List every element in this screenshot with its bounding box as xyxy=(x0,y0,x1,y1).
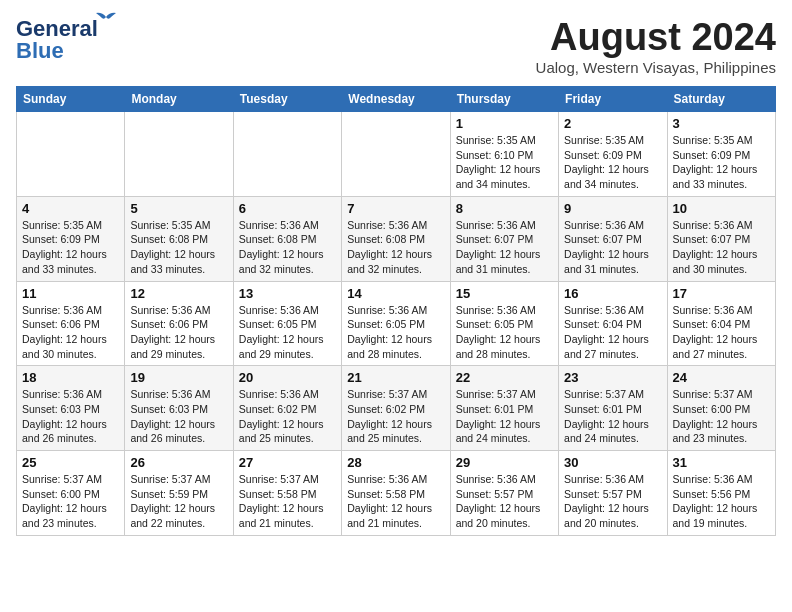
day-info: Sunrise: 5:35 AM Sunset: 6:08 PM Dayligh… xyxy=(130,218,227,277)
calendar-cell: 9Sunrise: 5:36 AM Sunset: 6:07 PM Daylig… xyxy=(559,196,667,281)
day-info: Sunrise: 5:36 AM Sunset: 6:06 PM Dayligh… xyxy=(130,303,227,362)
day-number: 26 xyxy=(130,455,227,470)
weekday-header-friday: Friday xyxy=(559,87,667,112)
day-info: Sunrise: 5:36 AM Sunset: 6:04 PM Dayligh… xyxy=(673,303,770,362)
calendar-week-1: 1Sunrise: 5:35 AM Sunset: 6:10 PM Daylig… xyxy=(17,112,776,197)
calendar-cell: 3Sunrise: 5:35 AM Sunset: 6:09 PM Daylig… xyxy=(667,112,775,197)
day-number: 23 xyxy=(564,370,661,385)
day-number: 13 xyxy=(239,286,336,301)
day-info: Sunrise: 5:36 AM Sunset: 5:56 PM Dayligh… xyxy=(673,472,770,531)
calendar-cell: 13Sunrise: 5:36 AM Sunset: 6:05 PM Dayli… xyxy=(233,281,341,366)
calendar-cell: 29Sunrise: 5:36 AM Sunset: 5:57 PM Dayli… xyxy=(450,451,558,536)
day-number: 17 xyxy=(673,286,770,301)
day-info: Sunrise: 5:36 AM Sunset: 5:57 PM Dayligh… xyxy=(564,472,661,531)
logo-bird-icon xyxy=(96,10,116,24)
calendar-cell: 12Sunrise: 5:36 AM Sunset: 6:06 PM Dayli… xyxy=(125,281,233,366)
weekday-header-tuesday: Tuesday xyxy=(233,87,341,112)
day-number: 27 xyxy=(239,455,336,470)
day-info: Sunrise: 5:36 AM Sunset: 5:58 PM Dayligh… xyxy=(347,472,444,531)
day-number: 7 xyxy=(347,201,444,216)
calendar-cell: 15Sunrise: 5:36 AM Sunset: 6:05 PM Dayli… xyxy=(450,281,558,366)
month-year-title: August 2024 xyxy=(536,16,776,59)
day-info: Sunrise: 5:36 AM Sunset: 6:07 PM Dayligh… xyxy=(564,218,661,277)
calendar-cell: 28Sunrise: 5:36 AM Sunset: 5:58 PM Dayli… xyxy=(342,451,450,536)
weekday-header-saturday: Saturday xyxy=(667,87,775,112)
calendar-week-2: 4Sunrise: 5:35 AM Sunset: 6:09 PM Daylig… xyxy=(17,196,776,281)
day-number: 14 xyxy=(347,286,444,301)
day-number: 11 xyxy=(22,286,119,301)
day-info: Sunrise: 5:37 AM Sunset: 5:58 PM Dayligh… xyxy=(239,472,336,531)
day-info: Sunrise: 5:36 AM Sunset: 6:06 PM Dayligh… xyxy=(22,303,119,362)
day-number: 8 xyxy=(456,201,553,216)
calendar-cell: 24Sunrise: 5:37 AM Sunset: 6:00 PM Dayli… xyxy=(667,366,775,451)
calendar-cell: 19Sunrise: 5:36 AM Sunset: 6:03 PM Dayli… xyxy=(125,366,233,451)
day-number: 19 xyxy=(130,370,227,385)
calendar-week-4: 18Sunrise: 5:36 AM Sunset: 6:03 PM Dayli… xyxy=(17,366,776,451)
day-number: 15 xyxy=(456,286,553,301)
page-header: General Blue August 2024 Ualog, Western … xyxy=(16,16,776,76)
day-number: 18 xyxy=(22,370,119,385)
day-info: Sunrise: 5:36 AM Sunset: 6:08 PM Dayligh… xyxy=(347,218,444,277)
day-number: 12 xyxy=(130,286,227,301)
day-info: Sunrise: 5:36 AM Sunset: 5:57 PM Dayligh… xyxy=(456,472,553,531)
weekday-header-row: SundayMondayTuesdayWednesdayThursdayFrid… xyxy=(17,87,776,112)
day-number: 22 xyxy=(456,370,553,385)
day-info: Sunrise: 5:36 AM Sunset: 6:03 PM Dayligh… xyxy=(130,387,227,446)
day-info: Sunrise: 5:35 AM Sunset: 6:10 PM Dayligh… xyxy=(456,133,553,192)
calendar-cell xyxy=(17,112,125,197)
day-number: 3 xyxy=(673,116,770,131)
calendar-cell: 22Sunrise: 5:37 AM Sunset: 6:01 PM Dayli… xyxy=(450,366,558,451)
calendar-table: SundayMondayTuesdayWednesdayThursdayFrid… xyxy=(16,86,776,536)
calendar-cell: 20Sunrise: 5:36 AM Sunset: 6:02 PM Dayli… xyxy=(233,366,341,451)
day-number: 10 xyxy=(673,201,770,216)
day-info: Sunrise: 5:36 AM Sunset: 6:08 PM Dayligh… xyxy=(239,218,336,277)
day-number: 2 xyxy=(564,116,661,131)
day-number: 5 xyxy=(130,201,227,216)
day-number: 20 xyxy=(239,370,336,385)
calendar-cell: 1Sunrise: 5:35 AM Sunset: 6:10 PM Daylig… xyxy=(450,112,558,197)
calendar-week-5: 25Sunrise: 5:37 AM Sunset: 6:00 PM Dayli… xyxy=(17,451,776,536)
day-info: Sunrise: 5:36 AM Sunset: 6:05 PM Dayligh… xyxy=(239,303,336,362)
calendar-cell: 21Sunrise: 5:37 AM Sunset: 6:02 PM Dayli… xyxy=(342,366,450,451)
calendar-cell: 8Sunrise: 5:36 AM Sunset: 6:07 PM Daylig… xyxy=(450,196,558,281)
calendar-cell: 5Sunrise: 5:35 AM Sunset: 6:08 PM Daylig… xyxy=(125,196,233,281)
day-number: 25 xyxy=(22,455,119,470)
day-number: 29 xyxy=(456,455,553,470)
day-number: 30 xyxy=(564,455,661,470)
logo: General Blue xyxy=(16,16,98,64)
calendar-cell: 26Sunrise: 5:37 AM Sunset: 5:59 PM Dayli… xyxy=(125,451,233,536)
calendar-cell: 11Sunrise: 5:36 AM Sunset: 6:06 PM Dayli… xyxy=(17,281,125,366)
calendar-week-3: 11Sunrise: 5:36 AM Sunset: 6:06 PM Dayli… xyxy=(17,281,776,366)
calendar-cell: 23Sunrise: 5:37 AM Sunset: 6:01 PM Dayli… xyxy=(559,366,667,451)
calendar-cell xyxy=(233,112,341,197)
title-section: August 2024 Ualog, Western Visayas, Phil… xyxy=(536,16,776,76)
calendar-cell: 10Sunrise: 5:36 AM Sunset: 6:07 PM Dayli… xyxy=(667,196,775,281)
calendar-cell: 25Sunrise: 5:37 AM Sunset: 6:00 PM Dayli… xyxy=(17,451,125,536)
calendar-cell: 18Sunrise: 5:36 AM Sunset: 6:03 PM Dayli… xyxy=(17,366,125,451)
day-info: Sunrise: 5:37 AM Sunset: 6:02 PM Dayligh… xyxy=(347,387,444,446)
day-number: 28 xyxy=(347,455,444,470)
day-number: 1 xyxy=(456,116,553,131)
day-number: 9 xyxy=(564,201,661,216)
day-info: Sunrise: 5:35 AM Sunset: 6:09 PM Dayligh… xyxy=(564,133,661,192)
day-info: Sunrise: 5:36 AM Sunset: 6:07 PM Dayligh… xyxy=(673,218,770,277)
day-info: Sunrise: 5:37 AM Sunset: 6:01 PM Dayligh… xyxy=(456,387,553,446)
day-number: 4 xyxy=(22,201,119,216)
day-info: Sunrise: 5:35 AM Sunset: 6:09 PM Dayligh… xyxy=(673,133,770,192)
day-info: Sunrise: 5:36 AM Sunset: 6:03 PM Dayligh… xyxy=(22,387,119,446)
day-info: Sunrise: 5:37 AM Sunset: 5:59 PM Dayligh… xyxy=(130,472,227,531)
calendar-cell: 27Sunrise: 5:37 AM Sunset: 5:58 PM Dayli… xyxy=(233,451,341,536)
day-info: Sunrise: 5:36 AM Sunset: 6:05 PM Dayligh… xyxy=(347,303,444,362)
day-info: Sunrise: 5:37 AM Sunset: 6:00 PM Dayligh… xyxy=(22,472,119,531)
day-info: Sunrise: 5:35 AM Sunset: 6:09 PM Dayligh… xyxy=(22,218,119,277)
calendar-cell: 4Sunrise: 5:35 AM Sunset: 6:09 PM Daylig… xyxy=(17,196,125,281)
day-info: Sunrise: 5:37 AM Sunset: 6:00 PM Dayligh… xyxy=(673,387,770,446)
calendar-cell: 16Sunrise: 5:36 AM Sunset: 6:04 PM Dayli… xyxy=(559,281,667,366)
calendar-cell: 14Sunrise: 5:36 AM Sunset: 6:05 PM Dayli… xyxy=(342,281,450,366)
calendar-cell xyxy=(125,112,233,197)
logo-general: General xyxy=(16,16,98,41)
calendar-cell: 31Sunrise: 5:36 AM Sunset: 5:56 PM Dayli… xyxy=(667,451,775,536)
day-info: Sunrise: 5:36 AM Sunset: 6:05 PM Dayligh… xyxy=(456,303,553,362)
calendar-cell: 17Sunrise: 5:36 AM Sunset: 6:04 PM Dayli… xyxy=(667,281,775,366)
location-subtitle: Ualog, Western Visayas, Philippines xyxy=(536,59,776,76)
